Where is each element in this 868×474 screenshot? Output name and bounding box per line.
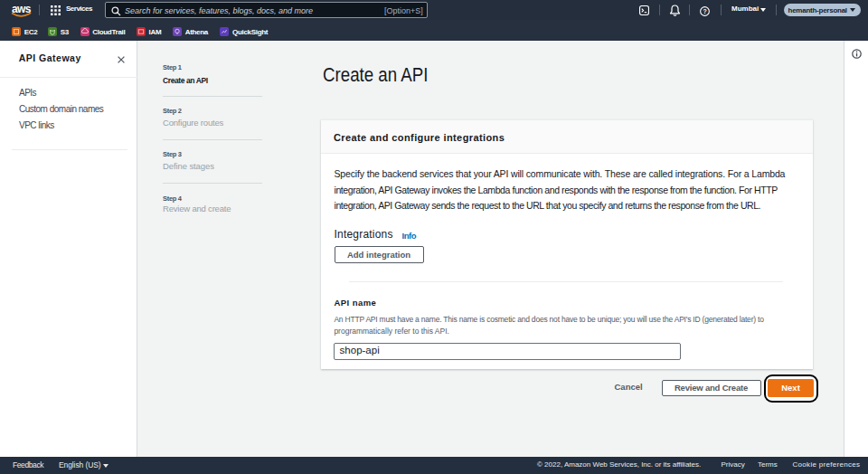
svg-text:aws: aws — [12, 4, 32, 15]
svg-text:?: ? — [703, 8, 706, 14]
